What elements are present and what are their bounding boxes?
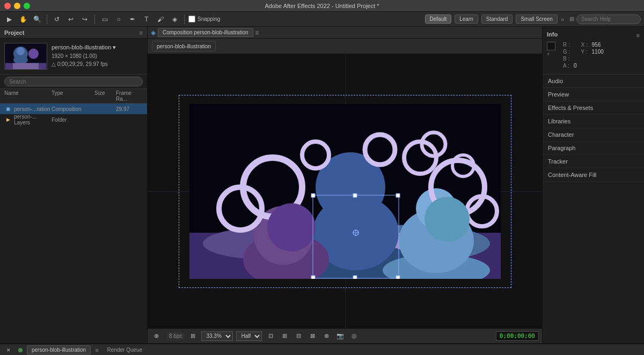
info-coords: X : 956 Y : 1100 [581,42,604,70]
minimize-button[interactable] [14,3,20,9]
brush-tool[interactable]: 🖌 [155,13,166,25]
toggle-safe-zones[interactable]: ⊡ [265,331,276,342]
svg-point-4 [28,49,39,59]
maximize-button[interactable] [24,3,30,9]
info-label-r: R : [563,42,574,48]
snapping-checkbox[interactable] [188,16,195,23]
undo-tool[interactable]: ↩ [65,13,77,25]
toolbar-separator-2 [94,14,95,24]
col-header-type: Type [52,90,94,102]
svg-point-3 [13,56,28,64]
info-label-b: B : [563,56,574,62]
workspace-small-screen[interactable]: Small Screen [516,14,557,24]
workspace-expand-icon[interactable]: » [561,16,564,23]
svg-rect-37 [353,194,357,197]
timeline-tab-menu[interactable]: ≡ [95,347,98,353]
comp-icon-header: ◈ [151,29,156,36]
toggle-snap[interactable]: ⊗ [321,331,332,342]
svg-rect-33 [311,194,315,197]
side-panel-effects[interactable]: Effects & Presets [543,101,644,115]
side-panel-audio[interactable]: Audio [543,75,644,88]
color-swatch[interactable]: + [547,42,559,70]
viewer-preview-btn[interactable]: ⊞ [187,331,198,342]
file-item-folder[interactable]: ▶ person-... Layers Folder [0,114,147,125]
project-search-input[interactable] [4,77,143,86]
folder-icon: ▶ [4,116,12,123]
text-tool[interactable]: T [141,13,152,25]
comp-tab-bar: ◈ Composition person-blob-illustration ≡ [148,27,542,39]
main-layout: Project ≡ person-blob-illustration ▾ 192… [0,27,644,343]
info-row-y: Y : 1100 [581,49,604,55]
project-preview: person-blob-illustration ▾ 1920 × 1080 (… [0,39,147,75]
viewer-controls: ⊕ 8 bpc ⊞ 33.3% Half ⊡ ⊞ ⊟ ⊠ ⊗ 📷 ◎ 0;00;… [148,328,542,343]
side-panel-character[interactable]: Character [543,128,644,142]
col-header-size: Size [94,90,116,102]
title-bar: Adobe After Effects 2022 - Untitled Proj… [0,0,644,12]
render-queue-tab[interactable]: Render Queue [103,346,147,354]
info-label-x: X : [581,42,592,48]
comp-tab-menu[interactable]: ≡ [255,29,259,36]
side-panel-tracker[interactable]: Tracker [543,155,644,168]
camera-btn[interactable]: 📷 [335,331,346,342]
rotate-tool[interactable]: ↺ [51,13,63,25]
ellipse-tool[interactable]: ○ [113,13,125,25]
viewer-reset-btn[interactable]: ⊕ [151,331,162,342]
zoom-tool[interactable]: 🔍 [31,13,43,25]
hand-tool[interactable]: ✋ [17,13,29,25]
timeline-close-btn[interactable]: ✕ [3,345,14,356]
col-header-name: Name [4,90,52,102]
composition-tab[interactable]: Composition person-blob-illustration [158,28,253,37]
workspace-default[interactable]: Default [425,14,452,24]
info-value-a: 0 [574,63,577,69]
file-item-composition[interactable]: ▣ person-...ration Composition 29.97 [0,103,147,114]
redo-tool[interactable]: ↪ [79,13,91,25]
info-values: R : G : B : A : 0 [563,42,577,70]
composition-canvas [189,104,501,279]
info-value-x: 956 [592,42,601,48]
selection-tool[interactable]: ▶ [3,13,15,25]
info-label-y: Y : [581,49,592,55]
side-panel-content-aware[interactable]: Content-Aware Fill [543,168,644,182]
project-duration: △ 0;00;29;29, 29.97 fps [52,60,116,68]
project-file-list: ▣ person-...ration Composition 29.97 ▶ p… [0,103,147,343]
project-panel-menu[interactable]: ≡ [140,29,143,36]
toggle-rulers[interactable]: ⊠ [307,331,318,342]
rect-tool[interactable]: ▭ [99,13,111,25]
file-fr-comp: 29.97 [116,106,143,112]
right-panel: Info ≡ + R : G : [542,27,644,343]
side-panel-libraries[interactable]: Libraries [543,115,644,128]
workspace-learn[interactable]: Learn [455,14,478,24]
info-panel-menu[interactable]: ≡ [636,32,640,39]
info-label-g: G : [563,49,574,55]
timeline-section: ✕ person-blob-illustration ≡ Render Queu… [0,343,644,355]
center-panel: ◈ Composition person-blob-illustration ≡… [148,27,542,343]
side-panel-list: Audio Preview Effects & Presets Librarie… [543,75,644,182]
svg-point-30 [267,203,316,252]
info-row-x: X : 956 [581,42,604,48]
svg-rect-38 [353,276,357,279]
workspace-grid-icon[interactable]: ⊞ [569,16,574,23]
reset-view-btn[interactable]: ◎ [349,331,360,342]
timeline-tab[interactable]: person-blob-illustration [27,345,91,354]
viewer-area[interactable] [148,54,542,328]
window-title: Adobe After Effects 2022 - Untitled Proj… [265,3,379,9]
side-panel-paragraph[interactable]: Paragraph [543,142,644,155]
pen-tool[interactable]: ✒ [127,13,138,25]
help-search-input[interactable] [576,14,641,24]
toggle-guides[interactable]: ⊟ [293,331,304,342]
close-button[interactable] [4,3,11,9]
svg-point-31 [425,197,470,242]
timecode-display: 0;00;00;00 [496,331,539,341]
svg-rect-35 [311,276,315,279]
file-name-comp: person-...ration [14,106,52,112]
zoom-select[interactable]: 33.3% [201,331,233,341]
info-row-a: A : 0 [563,63,577,69]
workspace-standard[interactable]: Standard [481,14,513,24]
puppet-tool[interactable]: ◈ [169,13,180,25]
quality-select[interactable]: Half [236,331,262,341]
file-list-header: Name Type Size Frame Ra... [0,89,147,103]
info-value-y: 1100 [592,49,604,55]
side-panel-preview[interactable]: Preview [543,88,644,101]
toggle-grid[interactable]: ⊞ [279,331,290,342]
timeline-active-dot [18,348,23,352]
